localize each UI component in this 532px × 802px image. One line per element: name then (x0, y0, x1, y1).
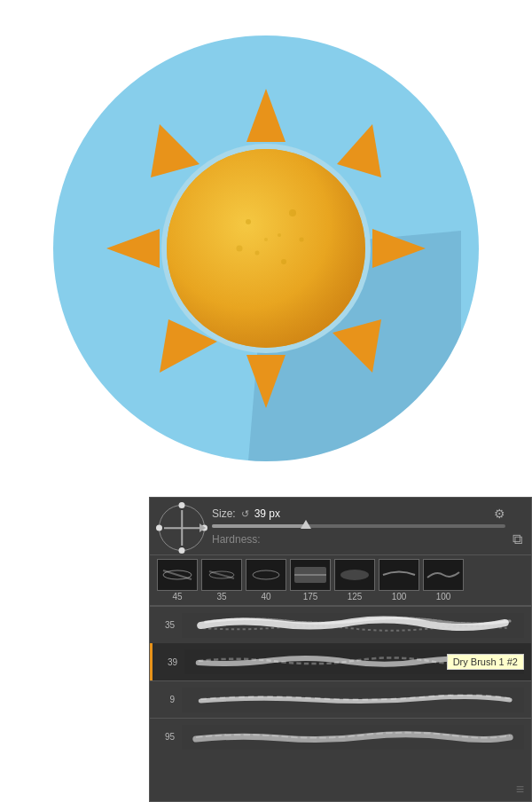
brush-size-175: 175 (303, 592, 318, 602)
brush-size-100a: 100 (392, 592, 407, 602)
svg-point-13 (167, 149, 365, 348)
brush-num-9: 9 (157, 695, 175, 704)
size-value: 39 px (254, 507, 280, 520)
size-row: Size: ↺ 39 px ⚙ (212, 507, 505, 521)
brush-list-item-1[interactable]: 35 (150, 606, 531, 643)
brush-thumb-6[interactable]: 100 (379, 559, 419, 602)
hardness-row: Hardness: (212, 533, 505, 546)
svg-point-18 (281, 259, 286, 264)
reset-icon[interactable]: ↺ (241, 508, 249, 520)
brush-thumb-img-3 (246, 559, 286, 591)
sun-illustration (0, 0, 532, 497)
dot-top[interactable] (179, 502, 185, 508)
brush-thumb-img-5 (334, 559, 375, 591)
svg-point-19 (264, 238, 268, 241)
brush-thumb-7[interactable]: 100 (423, 559, 464, 602)
stroke-preview-1 (182, 613, 524, 638)
brush-thumb-img-2 (201, 559, 242, 591)
brush-list-item-2[interactable]: 39 Dry Brush 1 #2 (150, 643, 531, 680)
size-slider[interactable] (212, 524, 505, 528)
dot-left[interactable] (156, 525, 162, 531)
dot-bottom[interactable] (179, 547, 185, 554)
brush-thumb-img-1 (157, 559, 198, 591)
brush-thumb-5[interactable]: 125 (334, 559, 375, 602)
brush-size-100b: 100 (436, 592, 451, 602)
stroke-preview-3 (182, 688, 524, 712)
gear-icon[interactable]: ⚙ (494, 507, 505, 521)
size-controls: Size: ↺ 39 px ⚙ Hardness: (212, 507, 505, 549)
svg-point-16 (289, 209, 296, 216)
brush-size-35: 35 (216, 592, 226, 602)
brush-thumb-2[interactable]: 35 (201, 559, 242, 602)
brush-thumb-img-4 (290, 559, 331, 591)
size-slider-fill (212, 524, 306, 528)
brush-size-45: 45 (172, 592, 182, 602)
panel-top: Size: ↺ 39 px ⚙ Hardness: ⧉ (150, 498, 531, 554)
brush-list-item-4[interactable]: 95 (150, 718, 531, 755)
scroll-icon[interactable]: ≡ (516, 782, 524, 798)
tooltip: Dry Brush 1 #2 (447, 654, 524, 670)
brush-thumb-1[interactable]: 45 (157, 559, 198, 602)
svg-point-14 (246, 219, 251, 224)
brush-size-125: 125 (348, 592, 363, 602)
size-slider-thumb[interactable] (301, 520, 311, 529)
brush-grid: 45 35 40 (150, 554, 531, 605)
hardness-label: Hardness: (212, 533, 261, 546)
brush-list: 35 39 Dry Bru (150, 605, 531, 755)
sun-wrapper (53, 35, 479, 461)
svg-point-15 (278, 233, 281, 237)
brush-num-39: 39 (160, 657, 177, 667)
brush-list-item-3[interactable]: 9 (150, 680, 531, 718)
brush-thumb-4[interactable]: 175 (290, 559, 331, 602)
brush-num-35: 35 (157, 620, 175, 630)
stroke-preview-4 (182, 725, 524, 750)
brush-num-95: 95 (157, 732, 175, 742)
brush-thumb-3[interactable]: 40 (246, 559, 286, 602)
svg-point-20 (237, 246, 243, 252)
brush-thumb-img-7 (423, 559, 464, 591)
svg-point-17 (255, 251, 260, 256)
brush-panel: Size: ↺ 39 px ⚙ Hardness: ⧉ (149, 497, 532, 802)
svg-point-21 (300, 238, 304, 242)
size-label: Size: (212, 507, 236, 520)
panel-copy-icon[interactable]: ⧉ (512, 531, 522, 551)
brush-preview-circle (159, 505, 205, 551)
brush-size-40: 40 (261, 592, 270, 602)
sun-svg (53, 35, 479, 461)
circle-arrow (200, 523, 206, 532)
brush-thumb-img-6 (379, 559, 419, 591)
svg-point-34 (340, 570, 369, 580)
